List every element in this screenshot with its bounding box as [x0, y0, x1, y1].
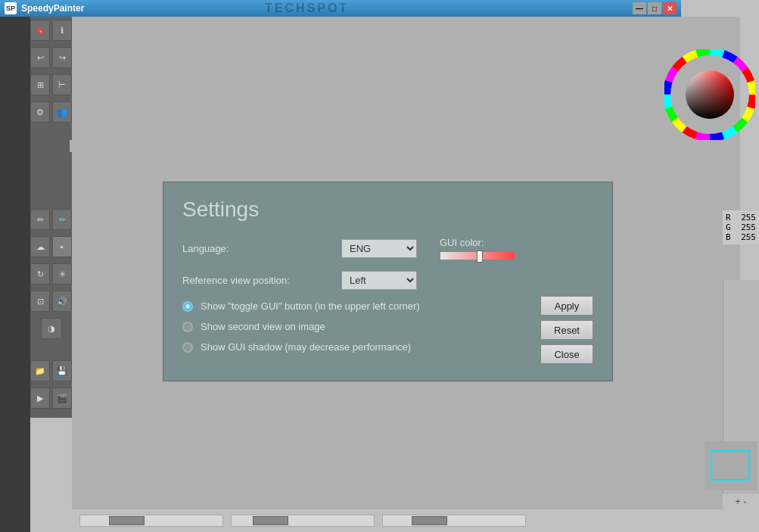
reference-row: Reference view position: Left Right Top … [182, 271, 593, 290]
zoom-minus[interactable]: - [744, 496, 747, 507]
b-row: B 255 [726, 232, 756, 242]
g-value: 255 [741, 222, 756, 232]
r-value: 255 [741, 213, 756, 222]
main-canvas: Settings Language: ENG DEU FRA GUI color… [72, 17, 740, 509]
zoom-plus[interactable]: + [735, 496, 740, 507]
tool-fill[interactable]: ▪ [52, 236, 72, 257]
b-label: B [726, 232, 731, 242]
minimize-button[interactable]: — [633, 2, 646, 14]
tool-undo[interactable]: ↩ [30, 47, 50, 68]
tool-info[interactable]: ℹ [52, 20, 72, 41]
color-wheel-container[interactable] [664, 49, 755, 140]
checkbox-row-2: Show second view on image [182, 321, 593, 332]
tool-pen[interactable]: ✏ [30, 209, 50, 230]
radio-toggle-gui[interactable] [182, 301, 193, 312]
settings-dialog: Settings Language: ENG DEU FRA GUI color… [163, 182, 613, 381]
b-value: 255 [741, 232, 756, 242]
tool-contacts[interactable]: 👥 [52, 101, 72, 123]
settings-buttons: Apply Reset Close [540, 296, 593, 364]
watermark: TECHSPOT [265, 2, 349, 15]
tool-contrast[interactable]: ◑ [41, 318, 62, 339]
scrollbar-3[interactable] [382, 515, 526, 527]
checkbox-row-3: Show GUI shadow (may decrease performanc… [182, 341, 593, 353]
reference-label: Reference view position: [182, 275, 334, 286]
radio-second-view[interactable] [182, 322, 193, 332]
zoom-controls: + - [723, 493, 759, 509]
tool-folder[interactable]: 📁 [30, 360, 50, 381]
rgb-display: R 255 G 255 B 255 [723, 210, 759, 244]
language-label: Language: [182, 243, 334, 254]
scrollbar-thumb-2 [253, 516, 288, 525]
toolbar-panel-3: 📁 💾 ▶ 🎬 [30, 357, 72, 418]
tool-rotate[interactable]: ↻ [30, 263, 50, 285]
r-label: R [726, 213, 731, 222]
tool-select[interactable]: ✳ [52, 263, 72, 285]
tool-redo[interactable]: ↪ [52, 47, 72, 68]
maximize-button[interactable]: □ [648, 2, 661, 14]
scrollbar-1[interactable] [79, 515, 223, 527]
bottom-bar [72, 509, 740, 532]
close-button[interactable]: Close [540, 344, 593, 364]
tool-audio[interactable]: 🔊 [52, 291, 72, 312]
tool-grid[interactable]: ⊞ [30, 74, 50, 95]
gui-color-slider[interactable] [440, 251, 515, 260]
apply-button[interactable]: Apply [540, 296, 593, 316]
tool-play[interactable]: ▶ [30, 387, 50, 409]
language-select[interactable]: ENG DEU FRA [341, 239, 417, 258]
scrollbar-2[interactable] [231, 515, 375, 527]
gui-color-label: GUI color: [440, 237, 515, 248]
toolbar-panel-2: ✏ ✏ ☁ ▪ ↻ ✳ ⊡ 🔊 ◑ [30, 206, 72, 357]
tool-smudge[interactable]: ☁ [30, 236, 50, 257]
tool-ruler[interactable]: ⊢ [52, 74, 72, 95]
radio-gui-shadow[interactable] [182, 342, 193, 353]
settings-title: Settings [182, 198, 593, 222]
checkbox-row-1: Show "toggle GUI" button (in the upper l… [182, 300, 593, 312]
scrollbar-thumb-1 [109, 516, 145, 525]
title-bar-buttons: — □ ✕ [633, 2, 677, 14]
left-toolbar [0, 17, 30, 532]
r-row: R 255 [726, 213, 756, 222]
mini-preview-frame [711, 450, 750, 481]
g-label: G [726, 222, 731, 232]
tool-settings[interactable]: ⚙ [30, 101, 50, 123]
tool-save[interactable]: 💾 [52, 360, 72, 381]
close-button[interactable]: ✕ [663, 2, 677, 14]
gui-color-section: GUI color: [440, 237, 515, 260]
scrollbar-thumb-3 [412, 516, 447, 525]
checkbox-1-label: Show "toggle GUI" button (in the upper l… [201, 300, 420, 312]
reset-button[interactable]: Reset [540, 320, 593, 340]
tool-crop[interactable]: ⊡ [30, 291, 50, 312]
g-row: G 255 [726, 222, 756, 232]
checkbox-3-label: Show GUI shadow (may decrease performanc… [201, 341, 411, 353]
tool-film[interactable]: 🎬 [52, 387, 72, 409]
color-slider-thumb [477, 250, 483, 263]
toolbar-panel-1: 🔖 ℹ ↩ ↪ ⊞ ⊢ ⚙ 👥 [30, 17, 72, 206]
checkbox-2-label: Show second view on image [201, 321, 325, 332]
mini-preview [705, 441, 757, 490]
reference-select[interactable]: Left Right Top Bottom [341, 271, 417, 290]
app-icon: SP [5, 2, 17, 14]
language-row: Language: ENG DEU FRA GUI color: [182, 237, 593, 260]
tool-brush[interactable]: ✏ [52, 209, 72, 230]
tool-bookmark[interactable]: 🔖 [30, 20, 50, 41]
